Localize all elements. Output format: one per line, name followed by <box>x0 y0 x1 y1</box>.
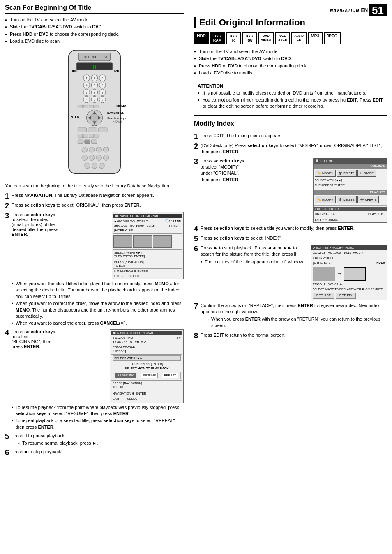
attention-box: ATTENTION: It is not possible to modify … <box>194 81 387 116</box>
svg-text:*: * <box>86 98 87 101</box>
step-4-row: 4 Press selection keysto select"BEGINNIN… <box>5 329 184 403</box>
dvd-rw-icon: DVDRW <box>242 32 257 44</box>
svg-text:8: 8 <box>94 91 95 94</box>
list-item: Load a DVD disc to modify. <box>194 70 387 76</box>
svg-text:ENTER: ENTER <box>68 115 79 118</box>
list-item: Slide the TV/CABLE/SAT/DVD switch to DVD… <box>5 24 184 30</box>
audio-cd-icon: AudioCD <box>291 32 307 44</box>
attention-title: ATTENTION: <box>198 83 383 88</box>
modify-step-1: 1 Press EDIT. The Editing screen appears… <box>194 133 387 140</box>
list-item: Turn on the TV and select the AV mode. <box>5 17 184 23</box>
beginning-opt: BEGINNING <box>115 373 136 378</box>
svg-rect-33 <box>78 105 83 108</box>
replace-btn[interactable]: REPLACE <box>313 293 334 299</box>
modify-step-2: 2 (DVD deck only) Press selection keys t… <box>194 143 387 155</box>
list-item: To repeat playback of a selected title, … <box>12 418 184 430</box>
svg-text:4: 4 <box>85 84 87 87</box>
scan-caption: You can scan the beginning of the title … <box>5 183 184 189</box>
svg-rect-56 <box>84 140 90 144</box>
svg-text:HDD: HDD <box>70 69 77 73</box>
modify-step-7: 7 Confirm the arrow is on "REPLACE", the… <box>194 302 387 330</box>
svg-rect-54 <box>95 134 99 138</box>
hdd-icon: HDD <box>194 32 209 44</box>
svg-rect-50 <box>98 128 107 132</box>
svg-point-61 <box>103 147 109 152</box>
modify-btn: ✏️ MODIFY <box>315 170 336 177</box>
modify-step-6: 6 Press ► to start playback. Press ◄◄ or… <box>194 245 387 300</box>
thumb-right <box>344 267 366 281</box>
page-number: 51 <box>369 4 387 16</box>
step-1: 1 Press NAVIGATION. The Library Database… <box>5 192 184 200</box>
left-section-title: Scan For Beginning Of Title <box>5 4 184 14</box>
modify-step-8: 8 Press EDIT to return to the normal scr… <box>194 332 387 339</box>
thumb <box>133 235 152 248</box>
svg-text:1: 1 <box>85 76 87 79</box>
step-6-text: 6 Press ► to start playback. Press ◄◄ or… <box>194 245 309 266</box>
left-column: Scan For Beginning Of Title Turn on the … <box>0 0 189 554</box>
list-item: To resume normal playback, press ►. <box>18 440 98 446</box>
right-column: NAVIGATION EN 51 Edit Original Informati… <box>189 0 392 554</box>
svg-rect-34 <box>83 105 88 108</box>
svg-text:#: # <box>101 98 103 101</box>
resume-opt: RESUME <box>141 373 158 378</box>
steps-1-2: 1 Press NAVIGATION. The Library Database… <box>5 192 184 210</box>
step-4-text: 4 Press selection keysto select"BEGINNIN… <box>5 329 107 403</box>
compat-icons-row: HDD DVDRAM DVDR DVDRW DVDVIDEO VCDSVCD A… <box>194 32 387 44</box>
screen-info: ● 0026 FROG WORLD 🕐143 MIN <box>113 219 182 224</box>
repeat-opt: REPEAT <box>162 373 178 378</box>
dvd-r-icon: DVDR <box>226 32 241 44</box>
step-4: 4 Press selection keysto select"BEGINNIN… <box>5 329 184 431</box>
attention-item-2: You cannot perform timer recording durin… <box>198 97 383 110</box>
modify-step-3: 3 Press selection keysto select "MODIFY"… <box>194 158 387 223</box>
nav-header: NAVIGATION EN 51 <box>194 4 387 16</box>
nav-screen-4: 🔲 NAVIGATION > ORIGINAL 25/12/03 THU SP … <box>110 329 184 403</box>
svg-rect-35 <box>89 105 94 108</box>
page: Scan For Beginning Of Title Turn on the … <box>0 0 392 554</box>
svg-text:TV: TV <box>92 55 96 58</box>
list-item: Press HDD or DVD to choose the correspon… <box>5 31 184 37</box>
svg-text:2: 2 <box>94 76 95 79</box>
svg-text:7: 7 <box>85 91 87 94</box>
step-3-text: 3 Press selection keysto select the inde… <box>5 212 109 279</box>
divide-btn: ✂ DIVIDE <box>357 170 376 177</box>
svg-point-63 <box>89 155 95 160</box>
svg-point-60 <box>96 147 101 152</box>
jpeg-icon: JPEG <box>324 32 341 44</box>
step-2: 2 Press selection keys to select "ORIGIN… <box>5 202 184 210</box>
thumb <box>113 235 132 248</box>
modify-step-4: 4 Press selection keys to select a title… <box>194 225 387 233</box>
list-item: When you want to cancel the order, press… <box>12 320 184 326</box>
modify-step-5: 5 Press selection keys to select "INDEX"… <box>194 235 387 242</box>
svg-text:3: 3 <box>101 76 103 79</box>
create-btn: ➕ CREATE <box>357 196 379 203</box>
thumb <box>153 235 172 248</box>
list-item: Press HDD or DVD to choose the correspon… <box>194 63 387 69</box>
attention-item-1: It is not possible to modify discs recor… <box>198 90 383 96</box>
svg-text:Selection Keys: Selection Keys <box>107 116 126 120</box>
editing-screen: 🔲 EDITING ORIGINAL ✏️ MODIFY 🗑 DELETE ✂ … <box>313 158 387 223</box>
svg-rect-57 <box>91 140 97 144</box>
modify-index-screen: A EDITING > MODIFY INDEX 25/12/03 THU 10… <box>311 245 387 300</box>
svg-point-66 <box>84 163 90 169</box>
svg-point-68 <box>99 163 104 169</box>
en-label: EN <box>361 7 368 13</box>
arrow-right: → <box>337 267 342 281</box>
svg-text:5: 5 <box>94 84 95 87</box>
step-3-row: 3 Press selection keysto select the inde… <box>5 212 184 279</box>
screen-title-bar: 🔲 NAVIGATION > ORIGINAL <box>113 214 182 218</box>
thumb-left <box>313 267 335 281</box>
step-3-modify-text: 3 Press selection keysto select "MODIFY"… <box>194 158 311 183</box>
modify-btn2: ✏️ MODIFY <box>315 196 336 203</box>
mp3-icon: MP3 <box>308 32 323 44</box>
list-item: The pictures of the title appear on the … <box>201 259 309 265</box>
svg-point-62 <box>81 155 87 160</box>
step-3-subbullets: When you want the plural titles to be pl… <box>5 281 184 327</box>
vcd-icon: VCDSVCD <box>275 32 290 44</box>
step-6: 6 Press ■ to stop playback. <box>5 449 184 456</box>
delete-btn: 🗑 DELETE <box>337 170 357 177</box>
right-section-title: Edit Original Information <box>194 17 387 28</box>
svg-point-40 <box>90 114 98 122</box>
return-btn[interactable]: RETURN <box>336 293 356 299</box>
svg-rect-55 <box>78 140 83 144</box>
dvd-ram-icon: DVDRAM <box>210 32 225 44</box>
